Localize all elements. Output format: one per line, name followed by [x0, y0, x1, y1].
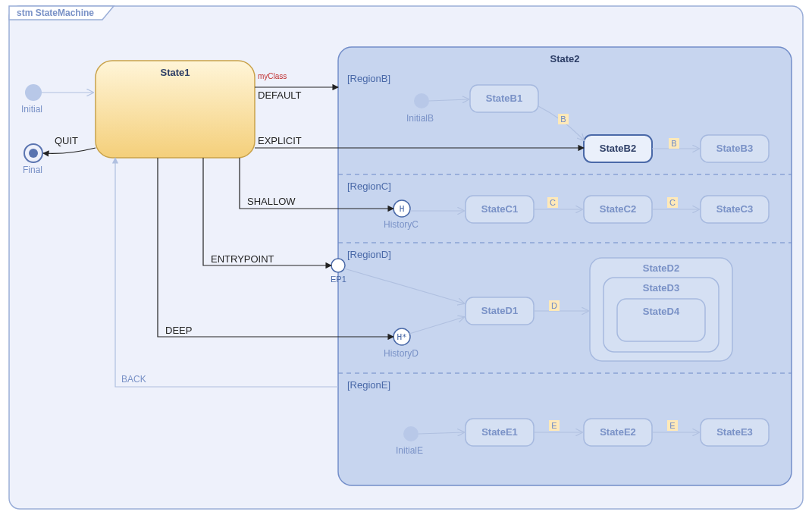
stateC1-label: StateC1 [481, 203, 518, 215]
stateE3-label: StateE3 [716, 426, 753, 438]
stateD1-label: StateD1 [481, 305, 518, 316]
stateD4-label: StateD4 [643, 306, 680, 317]
initial-pseudostate[interactable] [25, 84, 42, 101]
regionD-label: [RegionD] [347, 249, 391, 260]
final-label: Final [23, 165, 42, 175]
state2-title: State2 [550, 53, 579, 64]
ep1-label: EP1 [331, 275, 346, 284]
stateB2-label: StateB2 [600, 143, 636, 154]
guardB2-txt: B [671, 139, 676, 148]
initial-label: Initial [21, 104, 42, 115]
stateE2-label: StateE2 [600, 426, 636, 438]
stateB3-label: StateB3 [716, 143, 753, 154]
stateC2-label: StateC2 [600, 203, 636, 215]
guardE1-txt: E [551, 421, 556, 430]
quit-label: QUIT [55, 135, 78, 146]
back-label: BACK [121, 374, 146, 385]
regionC-label: [RegionC] [347, 181, 391, 192]
default-label: DEFAULT [258, 89, 302, 101]
historyC-h: H [400, 204, 405, 214]
guardB1-txt: B [560, 115, 566, 124]
myClass-label: myClass [258, 72, 287, 80]
regionE-label: [RegionE] [347, 379, 390, 391]
state-machine-diagram: stm StateMachine Initial Final State1 QU… [0, 0, 812, 515]
guardE2-txt: E [669, 421, 675, 430]
initialB[interactable] [414, 93, 429, 108]
shallow-label: SHALLOW [247, 196, 296, 207]
stateB1-label: StateB1 [486, 93, 522, 104]
entrypoint-label: ENTRYPOINT [211, 253, 274, 265]
initialE[interactable] [403, 426, 419, 441]
historyD-h: H* [397, 332, 406, 342]
state1-title: State1 [160, 67, 190, 78]
explicit-label: EXPLICIT [258, 135, 302, 146]
stateD3-label: StateD3 [643, 282, 679, 294]
final-state-dot [29, 149, 38, 158]
stateC3-label: StateC3 [716, 203, 753, 215]
ep1[interactable] [331, 259, 345, 272]
deep-label: DEEP [165, 325, 192, 336]
stateE1-label: StateE1 [481, 426, 518, 438]
frame-title: stm StateMachine [17, 8, 94, 18]
guardD-txt: D [551, 301, 557, 310]
guardC1-txt: C [550, 198, 556, 207]
historyD-label: HistoryD [384, 348, 419, 359]
initialB-label: InitialB [406, 113, 434, 124]
regionB-label: [RegionB] [347, 73, 390, 84]
historyC-label: HistoryC [384, 219, 419, 230]
guardC2-txt: C [669, 198, 676, 207]
initialE-label: InitialE [396, 445, 423, 456]
stateD2-label: StateD2 [643, 262, 679, 274]
